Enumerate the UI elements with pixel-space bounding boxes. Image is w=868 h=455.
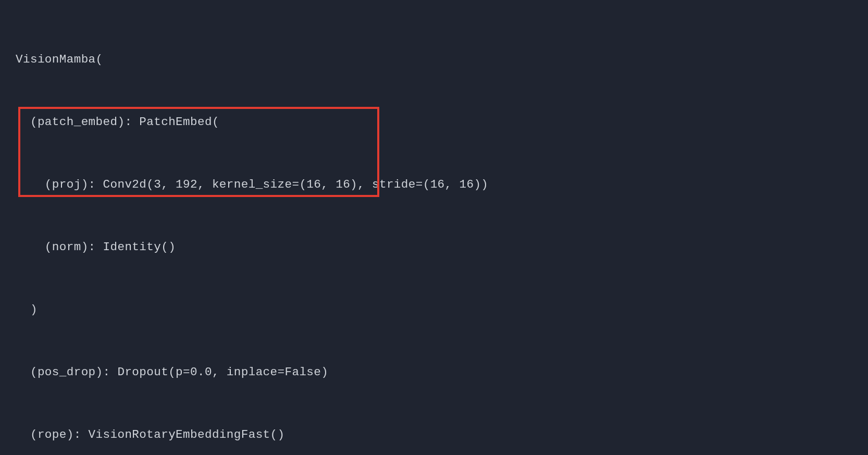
- code-line[interactable]: (proj): Conv2d(3, 192, kernel_size=(16, …: [16, 174, 868, 195]
- code-viewport[interactable]: VisionMamba( (patch_embed): PatchEmbed( …: [0, 0, 868, 455]
- code-line[interactable]: (pos_drop): Dropout(p=0.0, inplace=False…: [16, 362, 868, 383]
- code-line[interactable]: (patch_embed): PatchEmbed(: [16, 112, 868, 132]
- code-line[interactable]: (rope): VisionRotaryEmbeddingFast(): [16, 424, 868, 445]
- code-line[interactable]: ): [16, 299, 868, 320]
- code-line[interactable]: (norm): Identity(): [16, 237, 868, 257]
- code-line[interactable]: VisionMamba(: [16, 49, 868, 70]
